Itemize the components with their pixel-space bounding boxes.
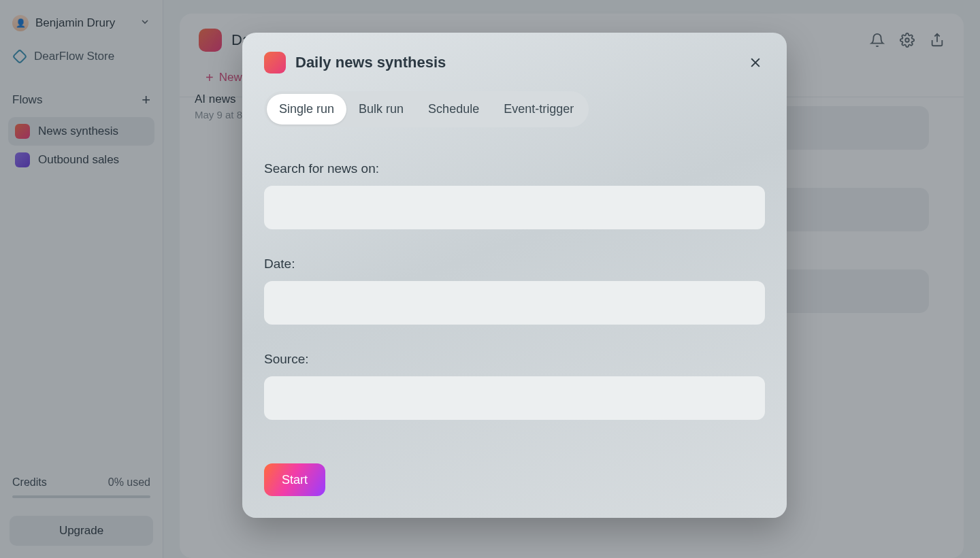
segment-schedule[interactable]: Schedule (416, 94, 491, 125)
field-label-source: Source: (264, 352, 765, 367)
segment-single-run[interactable]: Single run (267, 94, 346, 125)
date-input[interactable] (264, 281, 765, 325)
field-label-date: Date: (264, 257, 765, 272)
source-input[interactable] (264, 376, 765, 420)
run-modal: Daily news synthesis Single run Bulk run… (242, 33, 787, 518)
start-button[interactable]: Start (264, 463, 325, 496)
close-button[interactable] (746, 53, 765, 72)
segment-event-trigger[interactable]: Event-trigger (491, 94, 586, 125)
search-input[interactable] (264, 186, 765, 229)
run-mode-segment: Single run Bulk run Schedule Event-trigg… (264, 91, 589, 127)
field-label-search: Search for news on: (264, 161, 765, 176)
modal-title: Daily news synthesis (295, 54, 446, 71)
segment-bulk-run[interactable]: Bulk run (346, 94, 416, 125)
flow-chip-icon (264, 52, 286, 73)
